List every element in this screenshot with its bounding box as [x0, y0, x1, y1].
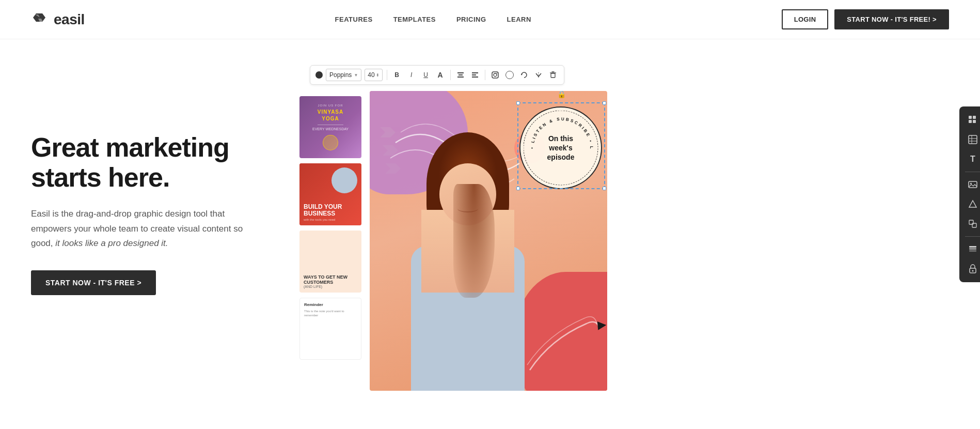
svg-point-30 — [970, 183, 972, 185]
flip-icon — [535, 71, 542, 79]
text-tool-icon: T — [970, 155, 975, 164]
toolbar-divider-1 — [387, 70, 387, 80]
flip-icon-button[interactable] — [533, 69, 544, 81]
mask-tool[interactable] — [962, 214, 980, 233]
svg-rect-3 — [457, 72, 464, 73]
tools-divider-1 — [965, 172, 980, 172]
table-icon — [968, 135, 977, 144]
thumbnails-column: Join us for VINYASA YOGA EVERY WEDNESDAY… — [299, 91, 361, 391]
underline-button[interactable]: U — [420, 69, 432, 81]
thumb-ways-bg — [299, 231, 361, 262]
delete-icon-button[interactable] — [547, 69, 559, 81]
layers-icon — [968, 244, 977, 254]
svg-point-38 — [972, 270, 974, 272]
canvas-area: Join us for VINYASA YOGA EVERY WEDNESDAY… — [299, 91, 949, 391]
svg-rect-21 — [969, 116, 972, 119]
svg-rect-5 — [457, 76, 464, 78]
text-tool[interactable]: T — [962, 150, 980, 168]
sidebar-tools: T — [959, 106, 980, 282]
table-tool[interactable] — [962, 130, 980, 149]
thumb-ways-title: WAYS TO GET NEW CUSTOMERS — [304, 274, 357, 285]
lock-icon — [969, 264, 977, 273]
login-button[interactable]: LOGIN — [782, 9, 829, 29]
header-actions: LOGIN START NOW - IT'S FREE! > — [782, 9, 949, 29]
lock-tool[interactable] — [962, 259, 980, 278]
canvas-woman-figure — [390, 122, 545, 391]
svg-rect-32 — [969, 220, 973, 224]
image-icon — [968, 180, 977, 189]
svg-rect-7 — [472, 74, 476, 75]
thumb-ways-sub: (AND LIFE) — [304, 285, 357, 288]
nav-learn[interactable]: LEARN — [507, 16, 531, 23]
thumb-yoga-circle — [323, 135, 338, 150]
image-tool[interactable] — [962, 175, 980, 194]
hero-section: Great marketing starts here. Easil is th… — [31, 70, 279, 295]
editor-preview: Poppins ▼ 40 ⬍ B I U A — [299, 65, 949, 391]
hero-title: Great marketing starts here. — [31, 132, 279, 192]
thumb-build-photo — [331, 167, 357, 193]
nav-pricing[interactable]: PRICING — [456, 16, 486, 23]
thumbnail-ways[interactable]: WAYS TO GET NEW CUSTOMERS (AND LIFE) — [299, 231, 361, 293]
header: easil FEATURES TEMPLATES PRICING LEARN L… — [0, 0, 980, 39]
thumb-build-content: BUILD YOUR BUSINESS with the tools you n… — [304, 204, 357, 221]
delete-icon — [549, 71, 557, 79]
svg-rect-4 — [459, 74, 463, 75]
align-left-button[interactable] — [469, 69, 481, 81]
thumbnail-build[interactable]: BUILD YOUR BUSINESS with the tools you n… — [299, 163, 361, 225]
toolbar-divider-3 — [485, 70, 485, 80]
svg-rect-29 — [969, 181, 977, 188]
thumb-yoga-divider — [318, 125, 343, 125]
header-start-button[interactable]: START NOW - IT'S FREE! > — [834, 9, 949, 29]
refresh-icon — [520, 71, 528, 79]
circle-icon — [505, 71, 514, 79]
thumb-yoga-title: VINYASA — [318, 109, 344, 115]
selection-corner-br — [603, 187, 606, 190]
size-dropdown-arrow: ⬍ — [376, 73, 380, 78]
thumbnail-yoga[interactable]: Join us for VINYASA YOGA EVERY WEDNESDAY — [299, 96, 361, 158]
italic-button[interactable]: I — [406, 69, 417, 81]
thumb-build-sub: with the tools you need — [304, 218, 357, 221]
canvas-bottom-lines — [525, 313, 602, 375]
shapes-tool[interactable] — [962, 195, 980, 213]
woman-hair-right — [453, 184, 495, 298]
thumb-ways-content: WAYS TO GET NEW CUSTOMERS (AND LIFE) — [304, 274, 357, 288]
grid-tool[interactable] — [962, 111, 980, 129]
svg-rect-33 — [972, 223, 976, 227]
thumb-yoga-title2: YOGA — [322, 116, 339, 121]
svg-rect-6 — [472, 72, 478, 73]
thumbnail-reminder[interactable]: Reminder This is the note you'd want to … — [299, 298, 361, 360]
main-content: Great marketing starts here. Easil is th… — [0, 39, 980, 429]
bold-button[interactable]: B — [391, 69, 403, 81]
svg-rect-25 — [969, 135, 977, 144]
toolbar-divider-2 — [450, 70, 451, 80]
svg-rect-23 — [969, 120, 972, 123]
svg-point-10 — [494, 73, 497, 76]
shapes-icon — [968, 200, 977, 209]
svg-rect-35 — [969, 248, 976, 250]
font-selector[interactable]: Poppins ▼ — [326, 69, 361, 81]
svg-point-11 — [496, 73, 497, 74]
hero-desc-italic: it looks like a pro designed it. — [53, 238, 168, 248]
instagram-icon-button[interactable] — [489, 69, 501, 81]
main-canvas: • LISTEN & SUBSCRIBE • LISTEN & SUBSCRIB… — [370, 91, 607, 391]
hero-description: Easil is the drag-and-drop graphic desig… — [31, 207, 248, 250]
refresh-icon-button[interactable] — [518, 69, 530, 81]
font-size-selector[interactable]: 40 ⬍ — [365, 69, 382, 81]
font-size-button[interactable]: A — [435, 69, 446, 81]
align-center-button[interactable] — [455, 69, 466, 81]
align-center-icon — [457, 71, 464, 79]
main-nav: FEATURES TEMPLATES PRICING LEARN — [335, 16, 531, 23]
logo[interactable]: easil — [31, 10, 85, 29]
mask-icon — [968, 219, 977, 228]
color-dot[interactable] — [315, 71, 323, 79]
nav-templates[interactable]: TEMPLATES — [393, 16, 436, 23]
circle-icon-button[interactable] — [504, 69, 515, 81]
layers-tool[interactable] — [962, 240, 980, 258]
logo-text: easil — [54, 11, 85, 28]
selection-corner-tl — [516, 101, 520, 105]
lock-icon: 🔒 — [557, 91, 566, 98]
hero-cta-button[interactable]: START NOW - IT'S FREE > — [31, 270, 156, 295]
nav-features[interactable]: FEATURES — [335, 16, 373, 23]
svg-rect-8 — [472, 76, 478, 78]
svg-rect-34 — [969, 250, 976, 252]
